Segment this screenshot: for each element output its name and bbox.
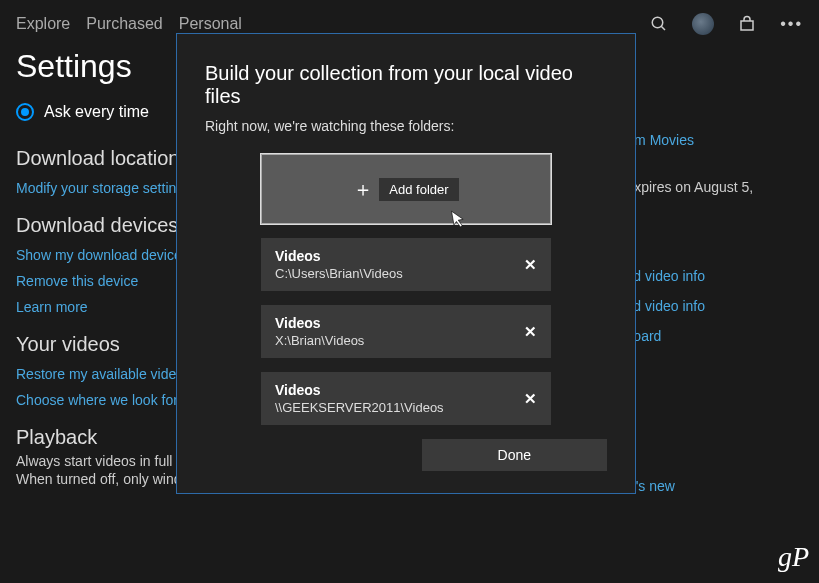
folder-name: Videos bbox=[275, 315, 364, 331]
remove-folder-icon[interactable]: ✕ bbox=[524, 390, 537, 408]
tab-purchased[interactable]: Purchased bbox=[86, 15, 163, 33]
folder-name: Videos bbox=[275, 248, 403, 264]
cursor-icon bbox=[450, 208, 467, 230]
user-avatar[interactable] bbox=[692, 13, 714, 35]
modal-subtitle: Right now, we're watching these folders: bbox=[205, 118, 607, 134]
folder-path: X:\Brian\Videos bbox=[275, 333, 364, 348]
radio-label: Ask every time bbox=[44, 103, 149, 121]
folder-item[interactable]: Videos X:\Brian\Videos ✕ bbox=[261, 305, 551, 358]
gp-logo: gP bbox=[778, 541, 809, 573]
plus-icon: ＋ bbox=[353, 176, 373, 203]
nav-tabs: Explore Purchased Personal bbox=[16, 15, 242, 33]
add-folder-label: Add folder bbox=[379, 178, 458, 201]
build-collection-modal: Build your collection from your local vi… bbox=[176, 33, 636, 494]
done-button[interactable]: Done bbox=[422, 439, 607, 471]
folder-path: C:\Users\Brian\Videos bbox=[275, 266, 403, 281]
more-icon[interactable]: ••• bbox=[780, 15, 803, 33]
modal-title: Build your collection from your local vi… bbox=[205, 62, 607, 108]
tab-personal[interactable]: Personal bbox=[179, 15, 242, 33]
folder-name: Videos bbox=[275, 382, 444, 398]
add-folder-button[interactable]: ＋ Add folder bbox=[261, 154, 551, 224]
folder-item[interactable]: Videos C:\Users\Brian\Videos ✕ bbox=[261, 238, 551, 291]
search-icon[interactable] bbox=[650, 15, 668, 33]
radio-icon bbox=[16, 103, 34, 121]
remove-folder-icon[interactable]: ✕ bbox=[524, 323, 537, 341]
store-icon[interactable] bbox=[738, 15, 756, 33]
topbar-actions: ••• bbox=[650, 13, 803, 35]
remove-folder-icon[interactable]: ✕ bbox=[524, 256, 537, 274]
svg-line-1 bbox=[661, 26, 665, 30]
tab-explore[interactable]: Explore bbox=[16, 15, 70, 33]
svg-point-0 bbox=[652, 17, 663, 28]
folder-item[interactable]: Videos \\GEEKSERVER2011\Videos ✕ bbox=[261, 372, 551, 425]
folder-path: \\GEEKSERVER2011\Videos bbox=[275, 400, 444, 415]
